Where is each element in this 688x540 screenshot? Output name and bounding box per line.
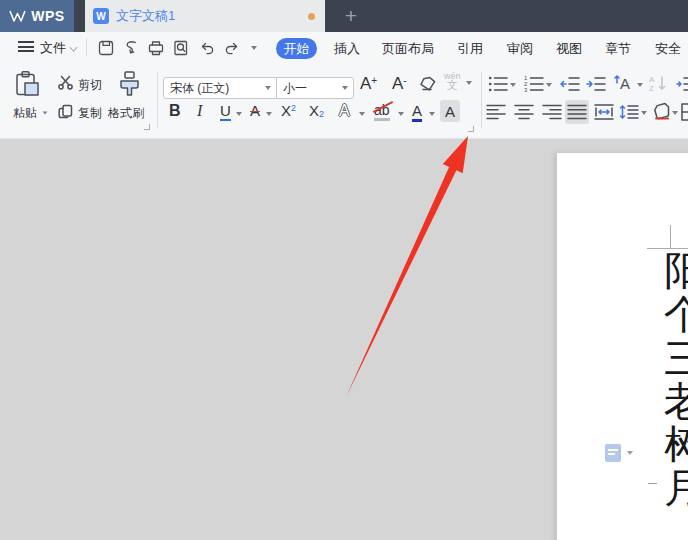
svg-text:A: A xyxy=(620,75,630,92)
pinyin-dropdown-icon[interactable] xyxy=(466,81,472,85)
bullet-list-dropdown-icon[interactable] xyxy=(510,83,516,87)
redo-icon[interactable] xyxy=(223,39,241,57)
page-text-char: 个 xyxy=(664,295,688,335)
border-icon[interactable] xyxy=(681,103,688,121)
paste-options-dropdown-icon[interactable] xyxy=(627,451,633,455)
underline-button[interactable]: U xyxy=(220,102,231,121)
font-family-select[interactable]: 宋体 (正文) xyxy=(164,78,277,98)
numbered-list-dropdown-icon[interactable] xyxy=(546,83,552,87)
page-text-char: 月 xyxy=(664,468,688,508)
new-tab-button[interactable]: + xyxy=(340,2,362,30)
paste-dropdown-icon[interactable] xyxy=(43,111,48,114)
page-text-char: 老 xyxy=(664,382,688,422)
font-family-value: 宋体 (正文) xyxy=(170,80,229,97)
tab-section[interactable]: 章节 xyxy=(605,40,631,58)
paste-icon[interactable] xyxy=(14,70,42,102)
line-spacing-dropdown-icon[interactable] xyxy=(641,111,647,115)
text-tool-dropdown-icon[interactable] xyxy=(637,83,643,87)
clear-format-icon[interactable] xyxy=(418,75,438,93)
sort-icon[interactable]: AZ xyxy=(648,74,668,92)
bullet-list-icon[interactable] xyxy=(488,75,508,93)
wps-window: WPS W 文字文稿1 + 文件 开始 插入 页面布局 引用 审阅 视图 章节 … xyxy=(0,0,688,540)
shrink-font-button[interactable]: A- xyxy=(392,74,407,94)
font-color-button[interactable]: A xyxy=(412,102,422,122)
svg-text:Z: Z xyxy=(649,84,654,93)
subscript-button[interactable]: X2 xyxy=(309,102,324,119)
tab-review[interactable]: 审阅 xyxy=(507,40,533,58)
document-page[interactable]: 阳 个 三 老 树 月 xyxy=(557,153,688,540)
text-effects-dropdown-icon[interactable] xyxy=(359,112,365,116)
format-painter-icon[interactable] xyxy=(116,70,144,104)
margin-corner-mark xyxy=(670,225,671,248)
grow-font-button[interactable]: A+ xyxy=(360,74,377,94)
layout-option-icon[interactable] xyxy=(676,75,688,93)
copy-button[interactable]: 复制 xyxy=(78,105,102,122)
cut-button[interactable]: 剪切 xyxy=(78,77,102,94)
document-canvas[interactable]: 阳 个 三 老 树 月 xyxy=(0,139,688,540)
char-shading-button[interactable]: A xyxy=(440,100,460,122)
svg-text:3: 3 xyxy=(524,87,528,93)
page-text-char: 阳 xyxy=(664,251,688,291)
font-color-dropdown-icon[interactable] xyxy=(429,112,435,116)
align-center-icon[interactable] xyxy=(514,103,534,121)
font-size-select[interactable]: 小一 xyxy=(277,78,353,98)
text-tool-icon[interactable]: A xyxy=(614,73,634,91)
document-icon: W xyxy=(93,8,109,24)
strikethrough-button[interactable]: A xyxy=(250,102,260,119)
paste-button[interactable]: 粘贴 xyxy=(13,105,37,122)
bold-button[interactable]: B xyxy=(169,102,181,120)
group-divider xyxy=(481,72,482,128)
line-spacing-icon[interactable] xyxy=(619,103,639,121)
numbered-list-icon[interactable]: 123 xyxy=(524,75,544,93)
font-controls: 宋体 (正文) 小一 xyxy=(163,77,354,99)
tab-insert[interactable]: 插入 xyxy=(334,40,360,58)
print-icon[interactable] xyxy=(147,39,165,57)
font-dialog-launcher[interactable] xyxy=(468,126,474,132)
menu-divider xyxy=(86,38,87,56)
increase-indent-icon[interactable] xyxy=(586,75,606,93)
clipboard-dialog-launcher[interactable] xyxy=(144,124,150,130)
quick-access-more-icon[interactable] xyxy=(251,46,257,50)
paste-options-icon[interactable] xyxy=(605,444,621,462)
menu-toggle-icon[interactable] xyxy=(18,41,34,52)
page-text-char: 树 xyxy=(664,425,688,465)
ribbon-toolbar: 粘贴 剪切 复制 格式刷 宋体 (正文) 小一 xyxy=(0,62,688,139)
tab-page-layout[interactable]: 页面布局 xyxy=(382,40,434,58)
wps-home-button[interactable]: WPS xyxy=(0,0,74,32)
italic-button[interactable]: I xyxy=(197,102,202,120)
text-effects-button[interactable]: A xyxy=(339,102,350,120)
format-painter-button[interactable]: 格式刷 xyxy=(108,105,144,122)
undo-icon[interactable] xyxy=(198,39,216,57)
align-left-icon[interactable] xyxy=(486,103,506,121)
decrease-indent-icon[interactable] xyxy=(560,75,580,93)
copy-icon[interactable] xyxy=(57,103,77,121)
wps-logo-icon xyxy=(9,10,26,23)
export-pdf-icon[interactable] xyxy=(122,39,140,57)
tab-view[interactable]: 视图 xyxy=(556,40,582,58)
file-menu[interactable]: 文件 xyxy=(40,39,66,57)
font-size-value: 小一 xyxy=(283,80,307,97)
highlight-dropdown-icon[interactable] xyxy=(398,112,404,116)
svg-text:A: A xyxy=(649,75,655,84)
tab-security[interactable]: 安全 xyxy=(655,40,681,58)
underline-dropdown-icon[interactable] xyxy=(236,112,242,116)
align-right-icon[interactable] xyxy=(542,103,562,121)
brand-label: WPS xyxy=(31,8,64,24)
unsaved-indicator-dot xyxy=(308,13,315,20)
tab-home[interactable]: 开始 xyxy=(276,38,317,59)
distribute-icon[interactable] xyxy=(594,103,614,121)
document-tab[interactable]: W 文字文稿1 xyxy=(85,0,325,32)
shading-dropdown-icon[interactable] xyxy=(672,111,678,115)
superscript-button[interactable]: X2 xyxy=(281,102,296,119)
strikethrough-dropdown-icon[interactable] xyxy=(266,112,272,116)
save-icon[interactable] xyxy=(97,39,115,57)
tab-references[interactable]: 引用 xyxy=(457,40,483,58)
pinyin-guide-button[interactable]: wén文 xyxy=(444,72,461,90)
justify-icon[interactable] xyxy=(565,100,589,124)
title-bar: WPS W 文字文稿1 + xyxy=(0,0,688,32)
cut-icon[interactable] xyxy=(57,74,77,92)
page-text-char: 三 xyxy=(664,339,688,379)
print-preview-icon[interactable] xyxy=(172,39,190,57)
shading-icon[interactable] xyxy=(652,102,672,120)
group-divider xyxy=(157,72,158,128)
